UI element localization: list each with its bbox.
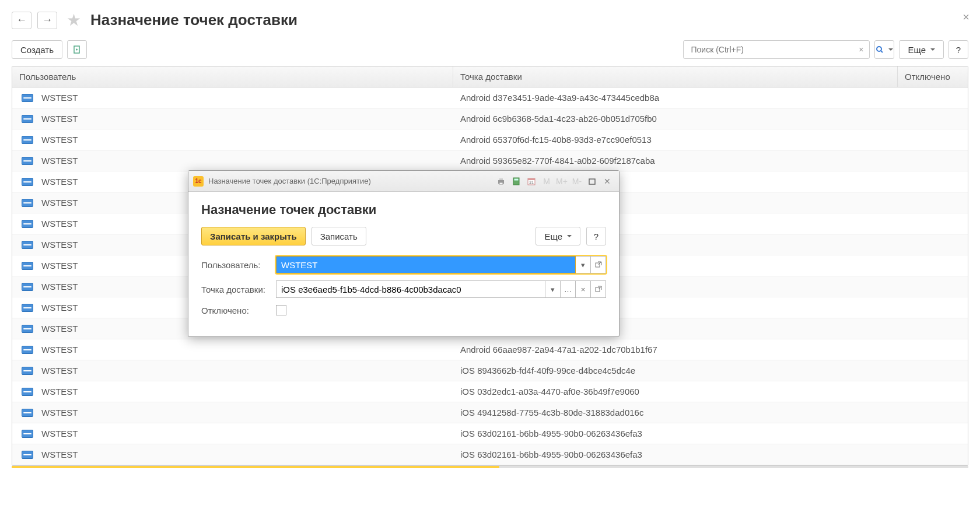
record-icon — [22, 178, 33, 186]
record-icon — [22, 388, 33, 396]
table-row[interactable]: WSTESTiOS 8943662b-fd4f-40f9-99ce-d4bce4… — [12, 360, 968, 381]
cell-point: Android 59365e82-770f-4841-a0b2-609f2187… — [453, 152, 898, 169]
table-row[interactable]: WSTESTAndroid d37e3451-9ade-43a9-a43c-47… — [12, 87, 968, 108]
record-icon — [22, 157, 33, 165]
cell-point: Android 65370f6d-fc15-40b8-93d3-e7cc90ef… — [453, 131, 898, 148]
cell-point: iOS 8943662b-fd4f-40f9-99ce-d4bce4c5dc4e — [453, 362, 898, 379]
disabled-checkbox[interactable] — [276, 305, 286, 315]
dialog-close-button[interactable]: ✕ — [600, 174, 614, 188]
cell-point: iOS 63d02161-b6bb-4955-90b0-06263436efa3 — [453, 446, 898, 463]
search-dropdown-button[interactable] — [874, 40, 894, 59]
nav-forward-button[interactable]: → — [37, 12, 57, 29]
calculator-icon[interactable] — [509, 174, 523, 188]
record-icon — [22, 451, 33, 459]
table-row[interactable]: WSTESTAndroid 65370f6d-fc15-40b8-93d3-e7… — [12, 129, 968, 150]
edit-dialog: 1c Назначение точек доставки (1С:Предпри… — [188, 170, 620, 337]
table-row[interactable]: WSTESTiOS 63d02161-b6bb-4955-90b0-062634… — [12, 444, 968, 465]
search-input[interactable] — [686, 45, 855, 54]
record-icon — [22, 241, 33, 249]
dialog-help-button[interactable]: ? — [586, 227, 606, 245]
save-button[interactable]: Записать — [312, 227, 366, 245]
nav-back-button[interactable]: ← — [12, 12, 32, 29]
page-title: Назначение точек доставки — [90, 11, 298, 29]
page-header: ← → ★ Назначение точек доставки — [0, 0, 980, 36]
point-select-button[interactable]: … — [561, 280, 576, 298]
cell-disabled — [898, 178, 968, 185]
svg-rect-4 — [499, 182, 503, 184]
column-point[interactable]: Точка доставки — [453, 66, 898, 87]
point-input[interactable] — [276, 280, 545, 298]
cell-point: iOS 03d2edc1-a03a-4470-af0e-36b49f7e9060 — [453, 383, 898, 400]
cell-disabled — [898, 241, 968, 248]
svg-rect-6 — [514, 178, 519, 180]
table-row[interactable]: WSTESTAndroid 6c9b6368-5da1-4c23-ab26-0b… — [12, 108, 968, 129]
table-row[interactable]: WSTESTAndroid 66aae987-2a94-47a1-a202-1d… — [12, 339, 968, 360]
cell-disabled — [898, 115, 968, 122]
cell-point: Android 6c9b6368-5da1-4c23-ab26-0b051d70… — [453, 110, 898, 127]
user-dropdown-button[interactable]: ▾ — [576, 256, 591, 273]
column-disabled[interactable]: Отключено — [898, 66, 968, 87]
table-row[interactable]: WSTESTAndroid 59365e82-770f-4841-a0b2-60… — [12, 150, 968, 171]
record-icon — [22, 304, 33, 312]
point-input-group: ▾ … × — [276, 280, 606, 298]
record-icon — [22, 367, 33, 375]
search-input-group[interactable]: × — [683, 40, 870, 59]
cell-disabled — [898, 136, 968, 143]
point-open-button[interactable] — [591, 280, 606, 298]
cell-point: iOS 4941258d-7755-4c3b-80de-31883dad016c — [453, 404, 898, 421]
cell-user: WSTEST — [41, 114, 78, 124]
document-plus-icon — [72, 45, 82, 54]
svg-point-1 — [877, 47, 881, 51]
table-row[interactable]: WSTESTiOS 4941258d-7755-4c3b-80de-31883d… — [12, 402, 968, 423]
record-icon — [22, 199, 33, 207]
m-icon: M — [540, 174, 554, 188]
point-clear-button[interactable]: × — [576, 280, 591, 298]
maximize-icon[interactable] — [585, 174, 599, 188]
record-icon — [22, 115, 33, 123]
point-dropdown-button[interactable]: ▾ — [545, 280, 561, 298]
cell-user: WSTEST — [41, 219, 78, 229]
app-logo-icon: 1c — [193, 176, 204, 187]
cell-disabled — [898, 388, 968, 395]
cell-user: WSTEST — [41, 282, 78, 292]
close-page-button[interactable]: × — [963, 10, 970, 24]
record-icon — [22, 283, 33, 291]
cell-disabled — [898, 451, 968, 458]
cell-user: WSTEST — [41, 198, 78, 208]
cell-user: WSTEST — [41, 324, 78, 334]
copy-button[interactable] — [67, 40, 87, 59]
cell-user: WSTEST — [41, 240, 78, 250]
dialog-titlebar[interactable]: 1c Назначение точек доставки (1С:Предпри… — [188, 171, 619, 192]
magnifier-icon — [876, 45, 884, 54]
cell-disabled — [898, 367, 968, 374]
save-and-close-button[interactable]: Записать и закрыть — [201, 227, 306, 245]
print-icon[interactable] — [494, 174, 508, 188]
help-button[interactable]: ? — [949, 40, 968, 59]
main-toolbar: Создать × Еще ? — [0, 36, 980, 66]
user-input-group: ▾ — [276, 256, 606, 273]
user-input[interactable] — [276, 256, 576, 273]
search-clear-button[interactable]: × — [855, 45, 867, 54]
cell-user: WSTEST — [41, 135, 78, 145]
svg-rect-3 — [499, 178, 503, 180]
record-icon — [22, 220, 33, 228]
more-button[interactable]: Еще — [899, 40, 944, 59]
dialog-more-button[interactable]: Еще — [536, 227, 580, 245]
column-user[interactable]: Пользователь — [12, 66, 453, 87]
label-user: Пользователь: — [201, 260, 270, 270]
user-open-button[interactable] — [591, 256, 606, 273]
svg-text:31: 31 — [529, 180, 534, 184]
svg-rect-11 — [596, 263, 600, 267]
cell-disabled — [898, 283, 968, 290]
cell-point: iOS 63d02161-b6bb-4955-90b0-06263436efa3 — [453, 425, 898, 442]
cell-user: WSTEST — [41, 93, 78, 103]
table-row[interactable]: WSTESTiOS 63d02161-b6bb-4955-90b0-062634… — [12, 423, 968, 444]
table-row[interactable]: WSTESTiOS 03d2edc1-a03a-4470-af0e-36b49f… — [12, 381, 968, 402]
favorite-star-icon[interactable]: ★ — [66, 10, 81, 30]
cell-user: WSTEST — [41, 345, 78, 354]
cell-user: WSTEST — [41, 177, 78, 187]
record-icon — [22, 136, 33, 144]
calendar-icon[interactable]: 31 — [524, 174, 538, 188]
record-icon — [22, 346, 33, 354]
create-button[interactable]: Создать — [12, 40, 62, 59]
